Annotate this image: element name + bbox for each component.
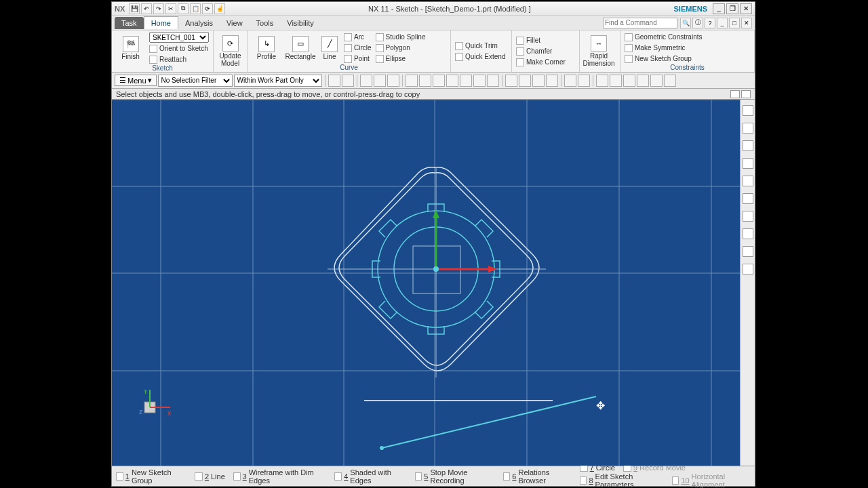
ribbon-group-corner: Fillet Chamfer Make Corner <box>512 30 580 72</box>
orient-button[interactable]: Orient to Sketch <box>149 43 209 54</box>
resource-7-icon[interactable] <box>743 228 753 239</box>
finish-sketch-button[interactable]: 🏁 Finish <box>116 36 145 60</box>
paste-icon[interactable]: 📋 <box>190 3 201 14</box>
sb-halign[interactable]: 10Horizontal Alignment <box>672 472 751 488</box>
resource-9-icon[interactable] <box>743 264 753 274</box>
fullscreen-icon[interactable] <box>730 90 740 98</box>
redo-icon[interactable]: ↷ <box>153 3 164 14</box>
window-buttons: _ ❐ ✕ <box>713 3 752 14</box>
spline-button[interactable]: Studio Spline <box>376 32 426 42</box>
tbtn-1[interactable] <box>328 75 340 87</box>
tbtn-7[interactable] <box>419 75 431 87</box>
new-sketch-group-button[interactable]: New Sketch Group <box>625 54 702 64</box>
tab-view[interactable]: View <box>220 17 250 29</box>
tbtn-8[interactable] <box>433 75 445 87</box>
copy-icon[interactable]: ⧉ <box>178 3 189 14</box>
tbtn-16[interactable] <box>546 75 558 87</box>
tbtn-21[interactable] <box>623 75 635 87</box>
cut-icon[interactable]: ✂ <box>165 3 176 14</box>
tab-home[interactable]: Home <box>144 16 178 29</box>
undo-icon[interactable]: ↶ <box>141 3 152 14</box>
update-model-button[interactable]: ⟳ Update Model <box>218 35 243 67</box>
geo-constraints-button[interactable]: Geometric Constraints <box>625 32 702 42</box>
gear-icon[interactable] <box>743 105 753 116</box>
tbtn-6[interactable] <box>406 75 418 87</box>
save-icon[interactable]: 💾 <box>129 3 140 14</box>
sb-new-group[interactable]: 1New Sketch Group <box>116 468 186 485</box>
tbtn-17[interactable] <box>564 75 576 87</box>
line-button[interactable]: ╱Line <box>319 36 340 60</box>
close-button[interactable]: ✕ <box>740 3 752 14</box>
profile-button[interactable]: ↳Profile <box>252 36 281 60</box>
tbtn-9[interactable] <box>446 75 458 87</box>
info-icon[interactable]: ⓘ <box>692 18 703 28</box>
restore-button[interactable]: ❐ <box>726 3 738 14</box>
sb-line[interactable]: 2Line <box>195 472 225 481</box>
quick-access-toolbar: 💾 ↶ ↷ ✂ ⧉ 📋 ⟳ ☝ <box>129 3 225 14</box>
menu-button[interactable]: ☰Menu▾ <box>115 75 157 86</box>
quick-trim-button[interactable]: Quick Trim <box>455 41 505 51</box>
window-min-icon[interactable]: _ <box>717 18 728 28</box>
reattach-button[interactable]: Reattach <box>149 54 209 64</box>
tab-analysis[interactable]: Analysis <box>178 17 220 29</box>
repeat-icon[interactable]: ⟳ <box>202 3 213 14</box>
graphics-canvas[interactable]: ✥ x Y z <box>112 100 740 466</box>
tbtn-20[interactable] <box>610 75 622 87</box>
selection-filter-dropdown[interactable]: No Selection Filter <box>158 75 233 87</box>
tbtn-10[interactable] <box>460 75 472 87</box>
tbtn-5[interactable] <box>387 75 399 87</box>
tbtn-2[interactable] <box>342 75 354 87</box>
tbtn-15[interactable] <box>532 75 545 87</box>
tbtn-3[interactable] <box>360 75 372 87</box>
minimize-button[interactable]: _ <box>713 3 725 14</box>
search-icon[interactable]: 🔍 <box>680 18 691 28</box>
polygon-button[interactable]: Polygon <box>376 43 426 53</box>
sb-stop-rec[interactable]: 5Stop Movie Recording <box>415 468 495 485</box>
window-max-icon[interactable]: □ <box>729 18 740 28</box>
resource-6-icon[interactable] <box>743 211 753 222</box>
fillet-button[interactable]: Fillet <box>516 35 566 45</box>
resource-1-icon[interactable] <box>743 123 753 134</box>
sb-wireframe[interactable]: 3Wireframe with Dim Edges <box>233 468 327 485</box>
selection-scope-dropdown[interactable]: Within Work Part Only <box>234 75 322 87</box>
circle-button[interactable]: Circle <box>344 43 372 53</box>
tab-visibility[interactable]: Visibility <box>280 17 321 29</box>
tab-task[interactable]: Task <box>115 17 144 29</box>
options-icon[interactable] <box>741 90 751 98</box>
sketch-name-dropdown[interactable]: SKETCH_001 <box>149 32 209 43</box>
tbtn-23[interactable] <box>650 75 663 87</box>
rapid-dimension-button[interactable]: ↔Rapid Dimension <box>584 35 614 67</box>
quick-extend-button[interactable]: Quick Extend <box>455 52 505 62</box>
tbtn-14[interactable] <box>519 75 531 87</box>
window-close-icon[interactable]: ✕ <box>741 18 752 28</box>
tbtn-22[interactable] <box>637 75 649 87</box>
tbtn-4[interactable] <box>374 75 386 87</box>
tbtn-12[interactable] <box>487 75 499 87</box>
resource-8-icon[interactable] <box>743 246 753 257</box>
resource-2-icon[interactable] <box>743 140 753 151</box>
tbtn-11[interactable] <box>473 75 486 87</box>
resource-3-icon[interactable] <box>743 158 753 169</box>
help-icon[interactable]: ? <box>705 18 715 28</box>
rectangle-button[interactable]: ▭Rectangle <box>285 36 315 60</box>
tbtn-13[interactable] <box>505 75 517 87</box>
update-icon: ⟳ <box>222 35 239 52</box>
tbtn-24[interactable] <box>664 75 676 87</box>
touch-icon[interactable]: ☝ <box>214 3 225 14</box>
command-finder[interactable] <box>603 18 677 28</box>
chamfer-button[interactable]: Chamfer <box>516 46 566 56</box>
tbtn-19[interactable] <box>596 75 608 87</box>
sb-relations[interactable]: 6Relations Browser <box>503 468 572 485</box>
profile-icon: ↳ <box>258 36 275 52</box>
tab-tools[interactable]: Tools <box>250 17 281 29</box>
ellipse-button[interactable]: Ellipse <box>376 54 426 64</box>
make-symmetric-button[interactable]: Make Symmetric <box>625 43 702 53</box>
sb-shaded[interactable]: 4Shaded with Edges <box>334 468 406 485</box>
sb-edit-params[interactable]: 8Edit Sketch Parameters <box>580 472 664 488</box>
arc-button[interactable]: Arc <box>344 32 372 42</box>
tbtn-18[interactable] <box>578 75 590 87</box>
resource-4-icon[interactable] <box>743 176 753 186</box>
resource-5-icon[interactable] <box>743 193 753 204</box>
make-corner-button[interactable]: Make Corner <box>516 57 566 67</box>
point-button[interactable]: Point <box>344 54 372 64</box>
